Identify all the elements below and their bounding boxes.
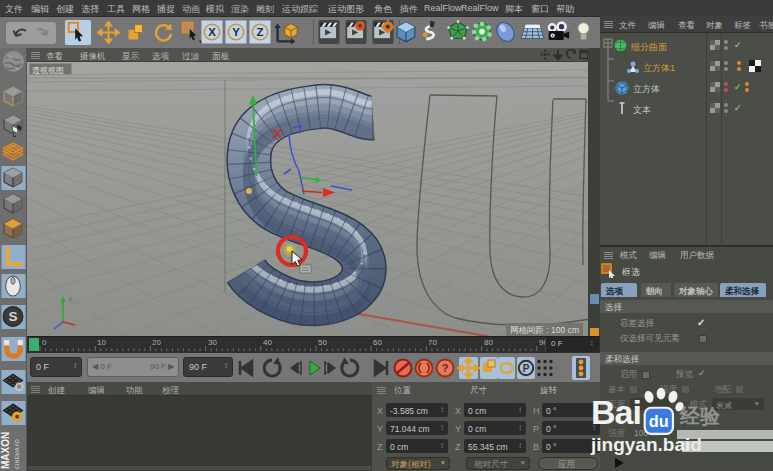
svg-text:P: P — [523, 363, 530, 374]
svg-text:?: ? — [442, 362, 449, 374]
svg-text:网格间距 : 100 cm: 网格间距 : 100 cm — [510, 325, 579, 335]
svg-text:Z: Z — [257, 26, 264, 38]
svg-text:CINEMA 4D: CINEMA 4D — [14, 439, 20, 469]
svg-text:X: X — [208, 26, 216, 38]
svg-text:du: du — [649, 412, 669, 430]
svg-text:MAXON: MAXON — [0, 432, 11, 469]
svg-text:Y: Y — [232, 26, 240, 38]
svg-text:S: S — [8, 309, 17, 324]
svg-text:Y: Y — [68, 296, 73, 303]
